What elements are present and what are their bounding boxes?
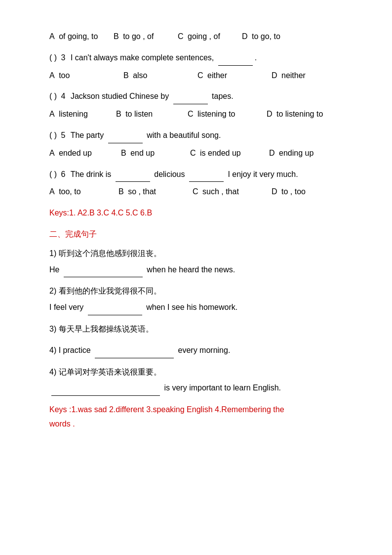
q5-option-c: C is ended up [190, 146, 254, 161]
keys-section2: Keys :1.was sad 2.different 3.speaking E… [49, 403, 353, 431]
q4-option-a: A listening [49, 107, 101, 122]
completion-item-4: 4) 记单词对学英语来说很重要。 is very important to le… [49, 365, 353, 396]
completion-item-1: 1) 听到这个消息他感到很沮丧。 He when he heard the ne… [49, 247, 353, 278]
q5-blank [108, 128, 143, 143]
q3-option-c: C either [197, 69, 257, 83]
q6-option-b: B so , that [118, 185, 178, 199]
completion-1-chinese: 1) 听到这个消息他感到很沮丧。 [49, 247, 353, 261]
q5-option-d: D ending up [269, 146, 318, 161]
q4-option-d: D to listening to [267, 107, 323, 122]
completion-2-english: I feel very when I see his homework. [49, 300, 353, 315]
q1-option-b: B to go , of [114, 30, 163, 44]
q4-option-c: C listening to [188, 107, 252, 122]
q6-option-d: D to , too [272, 185, 321, 199]
q3-header: ( ) 3 I can't always make complete sente… [49, 51, 353, 66]
q3-options-row: A too B also C either D neither [49, 69, 353, 83]
completion-1-blank [64, 263, 143, 278]
completion-item-2: 2) 看到他的作业我觉得很不同。 I feel very when I see … [49, 284, 353, 315]
completion-2-blank [88, 300, 142, 315]
completion-item-3b: 4) I practice every morning. [49, 343, 353, 358]
q6-option-c: C such , that [193, 185, 257, 199]
q1-option-d: D to go, to [242, 30, 291, 44]
q5-option-b: B end up [121, 146, 175, 161]
q6-blank2 [189, 168, 224, 182]
q4-header: ( ) 4 Jackson studied Chinese by tapes. [49, 89, 353, 104]
q6-options-row: A too, to B so , that C such , that D to… [49, 185, 353, 199]
completion-1-english: He when he heard the news. [49, 263, 353, 278]
q3-option-d: D neither [272, 69, 321, 83]
q1-option-a: A of going, to [49, 30, 99, 44]
q1-option-c: C going , of [178, 30, 227, 44]
q5-options-row: A ended up B end up C is ended up D endi… [49, 146, 353, 161]
q6-blank1 [116, 168, 150, 182]
completion-4-blank [51, 381, 160, 396]
q5-option-a: A ended up [49, 146, 106, 161]
completion-3-blank [95, 343, 174, 358]
q3-blank [218, 51, 253, 66]
completion-item-3: 3) 每天早上我都操练说英语。 [49, 322, 353, 337]
q5-header: ( ) 5 The party with a beautiful song. [49, 128, 353, 143]
completion-3-english: 4) I practice every morning. [49, 343, 353, 358]
q1-options-row: A of going, to B to go , of C going , of… [49, 30, 353, 44]
q4-blank [173, 89, 208, 104]
keys-section1: Keys:1. A2.B 3.C 4.C 5.C 6.B [49, 206, 353, 220]
completion-4-chinese: 4) 记单词对学英语来说很重要。 [49, 365, 353, 380]
completion-3-chinese: 3) 每天早上我都操练说英语。 [49, 322, 353, 337]
section2-title: 二、完成句子 [49, 227, 353, 242]
q6-header: ( ) 6 The drink is delicious I enjoy it … [49, 168, 353, 182]
completion-2-chinese: 2) 看到他的作业我觉得很不同。 [49, 284, 353, 299]
q4-option-b: B to listen [116, 107, 173, 122]
q6-option-a: A too, to [49, 185, 104, 199]
q3-option-a: A too [49, 69, 109, 83]
q3-option-b: B also [123, 69, 183, 83]
q4-options-row: A listening B to listen C listening to D… [49, 107, 353, 122]
completion-4-english: is very important to learn English. [49, 381, 353, 396]
